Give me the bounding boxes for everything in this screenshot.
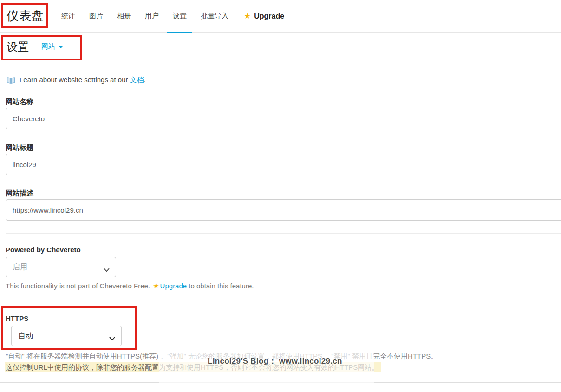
settings-header: 设置 网站 — [0, 33, 561, 61]
nav-item-stats[interactable]: 统计 — [61, 0, 75, 33]
star-icon: ★ — [153, 282, 159, 290]
page-title: 设置 — [7, 39, 29, 54]
site-description-label: 网站描述 — [6, 189, 561, 197]
docs-note-suffix: . — [144, 76, 146, 84]
nav-item-images[interactable]: 图片 — [89, 0, 103, 33]
nav-item-settings[interactable]: 设置 — [173, 0, 187, 33]
section-divider — [6, 233, 561, 234]
watermark-overlay — [159, 346, 374, 392]
settings-form: Learn about website settings at our 文档. … — [0, 61, 561, 372]
https-selected-value: 自动 — [18, 331, 33, 341]
upgrade-notice-link[interactable]: Upgrade — [160, 282, 187, 290]
chevron-down-icon — [104, 266, 110, 274]
chevron-down-icon — [109, 334, 115, 343]
docs-note: Learn about website settings at our 文档. — [7, 76, 561, 85]
docs-link[interactable]: 文档 — [130, 76, 144, 84]
book-icon — [7, 77, 15, 84]
https-field-group: HTTPS 自动 — [6, 314, 561, 346]
docs-note-prefix: Learn about website settings at our — [20, 76, 130, 84]
nav-item-bulk-import[interactable]: 批量导入 — [201, 0, 228, 33]
upgrade-label: Upgrade — [254, 12, 284, 20]
upgrade-notice-suffix: to obtain this feature. — [187, 282, 254, 290]
site-description-input[interactable] — [6, 199, 561, 221]
docs-note-text: Learn about website settings at our 文档. — [20, 76, 146, 85]
chevron-down-icon — [59, 46, 63, 48]
upgrade-button[interactable]: ★ Upgrade — [244, 11, 284, 21]
nav-item-albums[interactable]: 相册 — [117, 0, 131, 33]
site-title-input[interactable] — [6, 154, 561, 175]
site-title-label: 网站标题 — [6, 144, 561, 152]
dashboard-title: 仪表盘 — [7, 8, 44, 24]
nav-item-users[interactable]: 用户 — [145, 0, 159, 33]
https-label: HTTPS — [6, 314, 561, 323]
star-icon: ★ — [244, 11, 251, 21]
top-nav: 仪表盘 统计 图片 相册 用户 设置 批量导入 ★ Upgrade — [0, 0, 561, 33]
site-name-input[interactable] — [6, 108, 561, 129]
powered-by-select[interactable]: 启用 — [6, 257, 116, 277]
watermark-text: Lincol29'S Blog： www.lincol29.cn — [208, 356, 342, 366]
upgrade-notice-prefix: This functionality is not part of Chever… — [6, 282, 152, 290]
upgrade-notice: This functionality is not part of Chever… — [6, 282, 561, 290]
https-select[interactable]: 自动 — [11, 326, 122, 346]
powered-by-selected-value: 启用 — [13, 262, 27, 272]
site-name-label: 网站名称 — [6, 98, 561, 106]
settings-scope-label: 网站 — [41, 42, 55, 51]
powered-by-label: Powered by Chevereto — [6, 246, 561, 254]
settings-scope-dropdown[interactable]: 网站 — [41, 42, 63, 51]
